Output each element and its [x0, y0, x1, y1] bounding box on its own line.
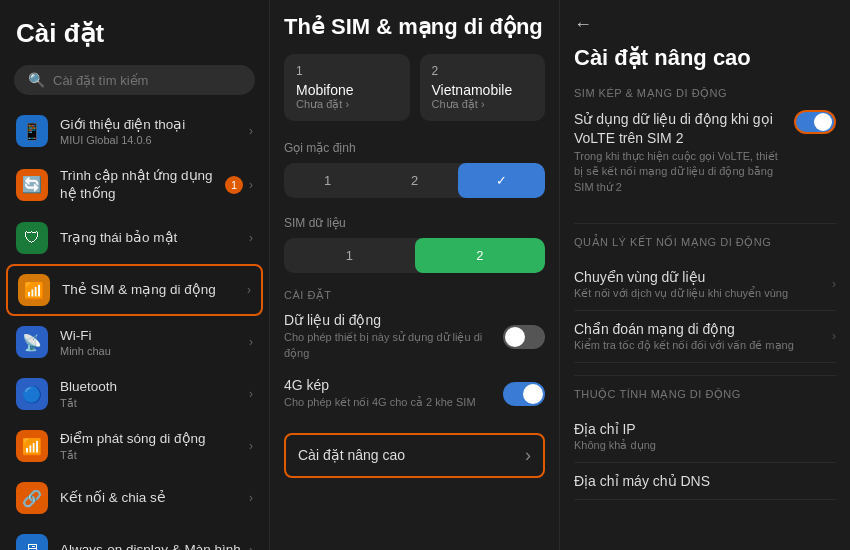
right-nav-item-0[interactable]: Chuyển vùng dữ liệu Kết nối với dịch vụ … — [574, 259, 836, 311]
menu-icon-bluetooth: 🔵 — [16, 378, 48, 410]
quan-ly-section-label: QUẢN LÝ KẾT NỐI MẠNG DI ĐỘNG — [574, 236, 836, 249]
sidebar-item-hotspot[interactable]: 📶 Điểm phát sóng di động Tắt › — [0, 420, 269, 472]
chevron-sim: › — [247, 283, 251, 297]
toggle-0[interactable] — [503, 325, 545, 349]
call-toggle-label-2: ✓ — [496, 173, 507, 188]
right-panel: ← Cài đặt nâng cao SIM KÉP & MẠNG DI ĐỘN… — [560, 0, 850, 550]
divider-2 — [574, 375, 836, 376]
toggle-1[interactable] — [503, 382, 545, 406]
menu-item-text-security: Trạng thái bảo mật — [60, 229, 249, 247]
badge-update: 1 — [225, 176, 243, 194]
call-toggle-btn-1[interactable]: 2 — [371, 163, 458, 198]
sidebar-item-wifi[interactable]: 📡 Wi-Fi Minh chau › — [0, 316, 269, 368]
menu-icon-intro: 📱 — [16, 115, 48, 147]
goi-mac-dinh-label: Gọi mặc định — [284, 141, 545, 155]
sim-du-lieu-label: SIM dữ liệu — [284, 216, 545, 230]
chevron-wifi: › — [249, 335, 253, 349]
right-property-item-1: Địa chỉ máy chủ DNS — [574, 463, 836, 500]
volte-setting-desc: Trong khi thực hiện cuộc gọi VoLTE, thiế… — [574, 149, 784, 195]
menu-icon-share: 🔗 — [16, 482, 48, 514]
menu-item-label-update: Trình cập nhật ứng dụng hệ thống — [60, 167, 225, 202]
toggle-knob-1 — [523, 384, 543, 404]
sim-data-btn-0[interactable]: 1 — [284, 238, 415, 273]
right-panel-title: Cài đặt nâng cao — [574, 45, 836, 71]
search-input[interactable] — [53, 73, 241, 88]
sim-card-num-1: 1 — [296, 64, 398, 78]
chevron-update: › — [249, 178, 253, 192]
call-toggle-btn-2[interactable]: ✓ — [458, 163, 545, 198]
right-property-text-0: Địa chỉ IP Không khả dụng — [574, 421, 656, 452]
advanced-chevron: › — [525, 445, 531, 466]
right-nav-chevron-1: › — [832, 329, 836, 343]
setting-item-0: Dữ liệu di động Cho phép thiết bị này sử… — [284, 312, 545, 361]
volte-toggle-knob — [814, 113, 832, 131]
menu-item-text-wifi: Wi-Fi Minh chau — [60, 327, 249, 358]
chevron-security: › — [249, 231, 253, 245]
call-toggle-label-0: 1 — [324, 173, 331, 188]
menu-item-sub-hotspot: Tắt — [60, 449, 249, 462]
right-nav-sub-0: Kết nối với dịch vụ dữ liệu khi chuyển v… — [574, 287, 788, 300]
chevron-bluetooth: › — [249, 387, 253, 401]
sidebar-item-update[interactable]: 🔄 Trình cập nhật ứng dụng hệ thống 1 › — [0, 157, 269, 212]
chevron-hotspot: › — [249, 439, 253, 453]
setting-item-1: 4G kép Cho phép kết nối 4G cho cả 2 khe … — [284, 377, 545, 410]
menu-item-text-sim: Thẻ SIM & mạng di động — [62, 281, 247, 299]
menu-item-label-hotspot: Điểm phát sóng di động — [60, 430, 249, 448]
right-property-sub-0: Không khả dụng — [574, 439, 656, 452]
sim-card-name-2: Vietnamobile — [432, 82, 534, 98]
sidebar-item-security[interactable]: 🛡 Trạng thái bảo mật › — [0, 212, 269, 264]
middle-settings: Dữ liệu di động Cho phép thiết bị này sử… — [284, 312, 545, 426]
toggle-knob-0 — [505, 327, 525, 347]
sim-data-label-1: 2 — [476, 248, 483, 263]
back-button[interactable]: ← — [574, 14, 836, 35]
menu-item-sub-wifi: Minh chau — [60, 345, 249, 357]
sim-card-2[interactable]: 2 Vietnamobile Chưa đặt › — [420, 54, 546, 121]
menu-icon-wifi: 📡 — [16, 326, 48, 358]
right-nav-text-1: Chẩn đoán mạng di động Kiểm tra tốc độ k… — [574, 321, 794, 352]
sidebar-item-sim[interactable]: 📶 Thẻ SIM & mạng di động › — [6, 264, 263, 316]
sim-data-btn-1[interactable]: 2 — [415, 238, 546, 273]
volte-setting: Sử dụng dữ liệu di động khi gọi VoLTE tr… — [574, 110, 836, 195]
menu-icon-update: 🔄 — [16, 169, 48, 201]
menu-item-text-share: Kết nối & chia sẻ — [60, 489, 249, 507]
menu-item-label-security: Trạng thái bảo mật — [60, 229, 249, 247]
advanced-setting-button[interactable]: Cài đặt nâng cao › — [284, 433, 545, 478]
search-bar[interactable]: 🔍 — [14, 65, 255, 95]
cai-dat-label: CÀI ĐẶT — [284, 289, 545, 302]
sim-data-row: 12 — [284, 238, 545, 273]
call-toggle-btn-0[interactable]: 1 — [284, 163, 371, 198]
setting-text-1: 4G kép Cho phép kết nối 4G cho cả 2 khe … — [284, 377, 476, 410]
right-nav-item-1[interactable]: Chẩn đoán mạng di động Kiểm tra tốc độ k… — [574, 311, 836, 363]
sim-card-1[interactable]: 1 Mobifone Chưa đặt › — [284, 54, 410, 121]
divider-1 — [574, 223, 836, 224]
menu-item-sub-bluetooth: Tắt — [60, 397, 249, 410]
menu-item-label-sim: Thẻ SIM & mạng di động — [62, 281, 247, 299]
setting-name-1: 4G kép — [284, 377, 476, 393]
sidebar-item-intro[interactable]: 📱 Giới thiệu điện thoại MIUI Global 14.0… — [0, 105, 269, 157]
volte-toggle[interactable] — [794, 110, 836, 134]
sidebar-item-share[interactable]: 🔗 Kết nối & chia sẻ › — [0, 472, 269, 524]
sidebar-item-bluetooth[interactable]: 🔵 Bluetooth Tắt › — [0, 368, 269, 420]
right-nav-chevron-0: › — [832, 277, 836, 291]
menu-item-text-display: Always-on display & Màn hình — [60, 541, 249, 550]
sim-card-status-2: Chưa đặt › — [432, 98, 534, 111]
setting-text-0: Dữ liệu di động Cho phép thiết bị này sử… — [284, 312, 493, 361]
menu-icon-display: 🖥 — [16, 534, 48, 550]
menu-item-label-wifi: Wi-Fi — [60, 327, 249, 345]
sidebar-item-display[interactable]: 🖥 Always-on display & Màn hình › — [0, 524, 269, 550]
menu-icon-sim: 📶 — [18, 274, 50, 306]
sim-data-label-0: 1 — [346, 248, 353, 263]
volte-setting-name: Sử dụng dữ liệu di động khi gọi VoLTE tr… — [574, 110, 784, 146]
right-property-items: Địa chỉ IP Không khả dụng Địa chỉ máy ch… — [574, 411, 836, 500]
right-property-name-0: Địa chỉ IP — [574, 421, 656, 437]
right-property-text-1: Địa chỉ máy chủ DNS — [574, 473, 710, 489]
sim-card-name-1: Mobifone — [296, 82, 398, 98]
setting-desc-0: Cho phép thiết bị này sử dụng dữ liệu di… — [284, 330, 493, 361]
menu-list: 📱 Giới thiệu điện thoại MIUI Global 14.0… — [0, 105, 269, 550]
chevron-share: › — [249, 491, 253, 505]
right-nav-items: Chuyển vùng dữ liệu Kết nối với dịch vụ … — [574, 259, 836, 363]
chevron-display: › — [249, 543, 253, 550]
menu-item-text-bluetooth: Bluetooth Tắt — [60, 378, 249, 410]
sim-card-status-1: Chưa đặt › — [296, 98, 398, 111]
middle-panel-title: Thẻ SIM & mạng di động — [284, 14, 545, 40]
